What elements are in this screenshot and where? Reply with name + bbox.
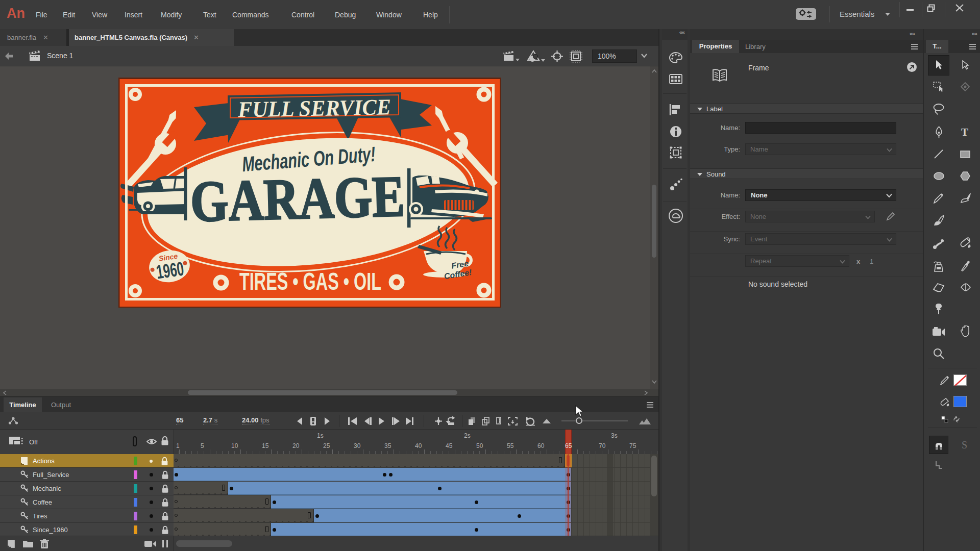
svg-text:TIRES • GAS • OIL: TIRES • GAS • OIL [239, 268, 381, 295]
svg-text:GARAGE: GARAGE [189, 164, 405, 234]
svg-text:1960: 1960 [155, 258, 185, 283]
svg-text:FULL SERVICE: FULL SERVICE [237, 94, 391, 122]
